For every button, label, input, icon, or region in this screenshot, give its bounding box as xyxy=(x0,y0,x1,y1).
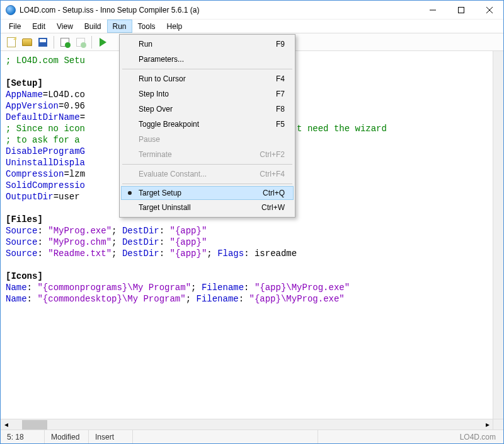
menu-separator xyxy=(122,69,292,69)
code-line: Source: "MyProg.chm"; DestDir: "{app}" xyxy=(6,237,498,248)
menu-item-label: Step Into xyxy=(139,90,276,98)
menu-item-shortcut: Ctrl+F2 xyxy=(260,150,285,159)
menu-file[interactable]: File xyxy=(3,20,26,33)
save-button[interactable] xyxy=(36,35,50,49)
menu-build[interactable]: Build xyxy=(79,20,107,33)
menu-item-shortcut: F4 xyxy=(276,74,285,83)
menu-item-label: Toggle Breakpoint xyxy=(139,120,276,129)
new-button[interactable] xyxy=(4,35,18,49)
menu-tools[interactable]: Tools xyxy=(132,20,161,33)
code-line xyxy=(6,259,498,271)
menu-item-label: Pause xyxy=(139,135,285,144)
toolbar-separator xyxy=(91,36,92,49)
menu-item-target-setup[interactable]: Target SetupCtrl+Q xyxy=(121,186,294,200)
code-line: Name: "{commonprograms}\My Program"; Fil… xyxy=(6,282,498,293)
menu-edit[interactable]: Edit xyxy=(26,20,51,33)
status-cursor: 5: 18 xyxy=(1,430,45,443)
menu-item-label: Target Uninstall xyxy=(139,203,261,212)
new-icon xyxy=(7,37,16,47)
code-line: Name: "{commondesktop}\My Program"; File… xyxy=(6,293,498,305)
scroll-left-icon[interactable]: ◂ xyxy=(1,419,11,430)
menu-item-label: Run to Cursor xyxy=(139,74,276,83)
statusbar: 5: 18 Modified Insert LO4D.com xyxy=(1,429,503,443)
menu-item-shortcut: F5 xyxy=(276,120,285,129)
open-button[interactable] xyxy=(20,35,34,49)
compile-run-button[interactable] xyxy=(74,35,88,49)
menu-item-terminate: TerminateCtrl+F2 xyxy=(121,147,294,162)
code-line: [Icons] xyxy=(6,271,498,282)
menu-item-shortcut: F9 xyxy=(276,40,285,49)
window-title: LO4D.com - Setup.iss - Inno Setup Compil… xyxy=(20,6,418,15)
app-icon xyxy=(6,5,16,15)
menu-separator xyxy=(122,164,292,165)
menu-item-label: Run xyxy=(139,40,276,49)
menu-item-shortcut: Ctrl+F4 xyxy=(260,170,285,178)
menu-item-pause: Pause xyxy=(121,132,294,147)
compile-run-icon xyxy=(76,38,85,47)
menu-item-step-into[interactable]: Step IntoF7 xyxy=(121,86,294,102)
minimize-button[interactable] xyxy=(418,1,447,19)
menu-item-shortcut: F7 xyxy=(276,90,285,98)
menu-item-label: Step Over xyxy=(139,105,276,114)
compile-icon xyxy=(60,38,69,47)
run-menu-dropdown: RunF9Parameters...Run to CursorF4Step In… xyxy=(119,34,295,218)
menu-item-target-uninstall[interactable]: Target UninstallCtrl+W xyxy=(121,200,294,215)
run-icon xyxy=(100,38,106,47)
menu-item-run[interactable]: RunF9 xyxy=(121,37,294,52)
scroll-right-icon[interactable]: ▸ xyxy=(482,419,493,430)
vertical-scrollbar[interactable] xyxy=(493,51,503,419)
menu-help[interactable]: Help xyxy=(161,20,188,33)
menu-run[interactable]: Run xyxy=(107,20,132,33)
status-modified: Modified xyxy=(45,430,89,443)
svg-rect-1 xyxy=(458,7,464,13)
menu-item-step-over[interactable]: Step OverF8 xyxy=(121,102,294,117)
status-insert: Insert xyxy=(89,430,133,443)
app-window: LO4D.com - Setup.iss - Inno Setup Compil… xyxy=(0,0,504,444)
titlebar: LO4D.com - Setup.iss - Inno Setup Compil… xyxy=(1,1,503,20)
scroll-thumb[interactable] xyxy=(22,420,47,429)
menu-separator xyxy=(122,184,292,184)
menu-view[interactable]: View xyxy=(51,20,79,33)
menu-item-run-to-cursor[interactable]: Run to CursorF4 xyxy=(121,71,294,86)
save-icon xyxy=(38,38,47,47)
run-button[interactable] xyxy=(96,35,110,49)
window-controls xyxy=(418,1,503,19)
menu-item-label: Evaluate Constant... xyxy=(139,170,260,178)
code-line: Source: "MyProg.exe"; DestDir: "{app}" xyxy=(6,225,498,237)
horizontal-scrollbar[interactable]: ◂ ▸ xyxy=(1,419,493,429)
compile-button[interactable] xyxy=(58,35,72,49)
scroll-corner xyxy=(493,419,503,429)
menu-item-shortcut: F8 xyxy=(276,105,285,114)
close-button[interactable] xyxy=(475,1,503,19)
menu-item-label: Parameters... xyxy=(139,55,285,64)
menu-item-label: Terminate xyxy=(139,150,260,159)
open-icon xyxy=(22,38,32,46)
menu-item-parameters[interactable]: Parameters... xyxy=(121,52,294,67)
status-brand: LO4D.com xyxy=(318,430,504,443)
menu-item-shortcut: Ctrl+Q xyxy=(263,189,285,197)
menu-item-shortcut: Ctrl+W xyxy=(261,203,285,212)
menu-item-toggle-breakpoint[interactable]: Toggle BreakpointF5 xyxy=(121,117,294,132)
status-spacer xyxy=(133,430,318,443)
code-line: Source: "Readme.txt"; DestDir: "{app}"; … xyxy=(6,248,498,259)
maximize-button[interactable] xyxy=(447,1,475,19)
toolbar-separator xyxy=(54,36,54,49)
checked-dot-icon xyxy=(128,191,132,195)
menubar: FileEditViewBuildRunToolsHelp xyxy=(1,20,503,33)
menu-item-label: Target Setup xyxy=(139,189,263,197)
menu-item-evaluate-constant: Evaluate Constant...Ctrl+F4 xyxy=(121,166,294,182)
